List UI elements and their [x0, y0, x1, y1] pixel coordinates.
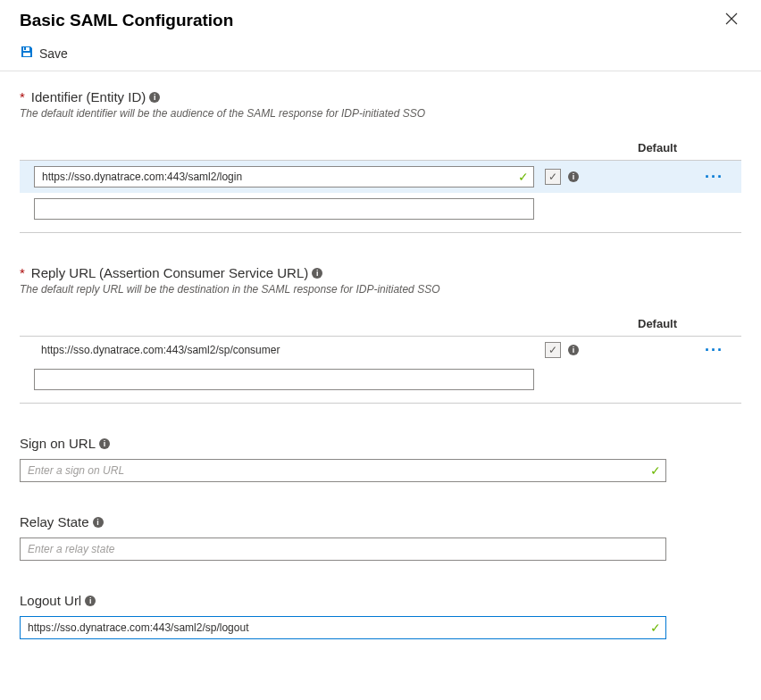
save-label: Save — [39, 46, 68, 61]
default-column-header: Default — [20, 312, 741, 337]
info-icon[interactable]: i — [93, 517, 104, 528]
close-button[interactable] — [722, 9, 741, 32]
relay-state-label: Relay State i — [20, 514, 104, 529]
info-icon[interactable]: i — [99, 438, 110, 449]
identifier-help: The default identifier will be the audie… — [20, 107, 741, 120]
info-icon[interactable]: i — [568, 171, 579, 182]
reply-url-row: https://sso.dynatrace.com:443/saml2/sp/c… — [20, 337, 741, 363]
content-area: * Identifier (Entity ID) i The default i… — [0, 71, 761, 689]
sign-on-url-section: Sign on URL i ✓ — [20, 436, 741, 482]
identifier-input-wrap: ✓ — [34, 166, 534, 188]
save-button[interactable]: Save — [20, 45, 68, 62]
panel-header: Basic SAML Configuration — [0, 0, 761, 39]
default-cell: ✓ i — [545, 342, 598, 358]
save-icon — [20, 45, 34, 62]
logout-url-section: Logout Url i ✓ — [20, 593, 741, 639]
identifier-input-empty[interactable] — [34, 198, 534, 220]
default-checkbox[interactable]: ✓ — [545, 342, 561, 358]
logout-url-input-wrap: ✓ — [20, 616, 666, 639]
logout-url-input[interactable] — [20, 616, 666, 639]
reply-url-value: https://sso.dynatrace.com:443/saml2/sp/c… — [34, 342, 534, 358]
reply-url-label: * Reply URL (Assertion Consumer Service … — [20, 265, 322, 280]
info-icon[interactable]: i — [149, 92, 160, 103]
required-marker: * — [20, 265, 25, 280]
more-actions-button[interactable]: ··· — [705, 342, 723, 358]
default-checkbox[interactable]: ✓ — [545, 169, 561, 185]
svg-rect-0 — [23, 53, 30, 56]
identifier-input[interactable] — [34, 166, 534, 188]
sign-on-url-input[interactable] — [20, 459, 666, 482]
identifier-row: ✓ ✓ i ··· — [20, 161, 741, 193]
toolbar: Save — [0, 39, 761, 71]
identifier-input-wrap — [34, 198, 534, 220]
logout-url-label: Logout Url i — [20, 593, 96, 608]
more-actions-button[interactable]: ··· — [705, 169, 723, 185]
reply-url-section: * Reply URL (Assertion Consumer Service … — [20, 265, 741, 404]
sign-on-url-input-wrap: ✓ — [20, 459, 666, 482]
info-icon[interactable]: i — [312, 268, 322, 279]
info-icon[interactable]: i — [568, 345, 579, 355]
sign-on-url-label: Sign on URL i — [20, 436, 110, 451]
reply-url-row — [20, 363, 741, 396]
relay-state-section: Relay State i — [20, 514, 741, 561]
relay-state-input-wrap — [20, 538, 666, 561]
reply-url-input-wrap — [34, 369, 534, 390]
default-cell: ✓ i — [545, 169, 598, 185]
reply-url-input-empty[interactable] — [34, 369, 534, 390]
relay-state-input[interactable] — [20, 538, 666, 561]
identifier-label: * Identifier (Entity ID) i — [20, 89, 160, 104]
info-icon[interactable]: i — [85, 596, 96, 606]
identifier-section: * Identifier (Entity ID) i The default i… — [20, 89, 741, 233]
required-marker: * — [20, 89, 25, 104]
default-column-header: Default — [20, 136, 741, 161]
panel-title: Basic SAML Configuration — [20, 11, 233, 30]
identifier-row — [20, 193, 741, 225]
reply-url-help: The default reply URL will be the destin… — [20, 283, 741, 296]
close-icon — [725, 12, 738, 25]
